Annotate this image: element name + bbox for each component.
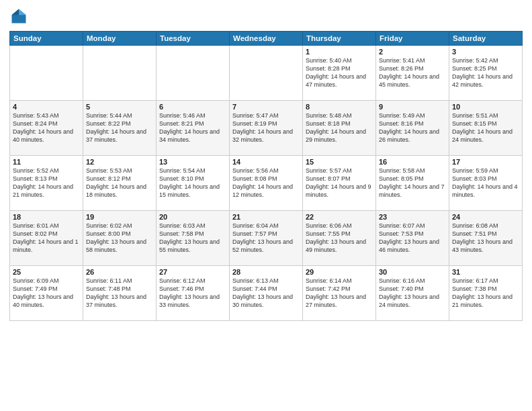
calendar-cell: 6Sunrise: 5:46 AM Sunset: 8:21 PM Daylig…	[157, 101, 230, 156]
calendar-header-wednesday: Wednesday	[230, 32, 303, 46]
day-content: Sunrise: 5:40 AM Sunset: 8:28 PM Dayligh…	[306, 56, 373, 89]
calendar-cell: 16Sunrise: 5:58 AM Sunset: 8:05 PM Dayli…	[376, 156, 449, 211]
calendar-cell: 27Sunrise: 6:12 AM Sunset: 7:46 PM Dayli…	[157, 266, 230, 321]
calendar-week-3: 18Sunrise: 6:01 AM Sunset: 8:02 PM Dayli…	[10, 211, 523, 266]
day-content: Sunrise: 5:58 AM Sunset: 8:05 PM Dayligh…	[379, 167, 446, 199]
day-content: Sunrise: 6:03 AM Sunset: 7:58 PM Dayligh…	[159, 222, 226, 255]
calendar-cell: 18Sunrise: 6:01 AM Sunset: 8:02 PM Dayli…	[10, 211, 83, 266]
day-content: Sunrise: 5:49 AM Sunset: 8:16 PM Dayligh…	[379, 111, 446, 144]
calendar-cell: 26Sunrise: 6:11 AM Sunset: 7:48 PM Dayli…	[83, 266, 157, 321]
day-number: 29	[306, 268, 373, 276]
day-content: Sunrise: 5:44 AM Sunset: 8:22 PM Dayligh…	[86, 111, 153, 144]
day-content: Sunrise: 6:02 AM Sunset: 8:00 PM Dayligh…	[86, 222, 153, 255]
day-number: 5	[86, 103, 153, 111]
day-number: 6	[159, 103, 226, 111]
day-content: Sunrise: 5:51 AM Sunset: 8:15 PM Dayligh…	[452, 111, 519, 144]
day-number: 28	[232, 268, 300, 276]
day-content: Sunrise: 5:56 AM Sunset: 8:08 PM Dayligh…	[232, 167, 300, 199]
day-number: 13	[159, 158, 226, 166]
calendar-header-thursday: Thursday	[303, 32, 376, 46]
day-number: 12	[86, 158, 153, 166]
day-number: 11	[13, 158, 80, 166]
day-number: 19	[86, 213, 153, 221]
calendar-cell: 8Sunrise: 5:48 AM Sunset: 8:18 PM Daylig…	[303, 101, 376, 156]
logo	[9, 7, 31, 26]
calendar-cell: 24Sunrise: 6:08 AM Sunset: 7:51 PM Dayli…	[449, 211, 523, 266]
calendar-cell: 1Sunrise: 5:40 AM Sunset: 8:28 PM Daylig…	[303, 46, 376, 101]
day-number: 7	[232, 103, 300, 111]
day-number: 23	[379, 213, 446, 221]
day-content: Sunrise: 5:57 AM Sunset: 8:07 PM Dayligh…	[306, 167, 373, 199]
day-number: 1	[306, 48, 373, 56]
day-content: Sunrise: 6:12 AM Sunset: 7:46 PM Dayligh…	[159, 277, 226, 310]
day-number: 3	[452, 48, 519, 56]
day-number: 20	[159, 213, 226, 221]
calendar-cell: 11Sunrise: 5:52 AM Sunset: 8:13 PM Dayli…	[10, 156, 83, 211]
day-number: 8	[306, 103, 373, 111]
day-content: Sunrise: 5:42 AM Sunset: 8:25 PM Dayligh…	[452, 56, 519, 89]
calendar-cell: 9Sunrise: 5:49 AM Sunset: 8:16 PM Daylig…	[376, 101, 449, 156]
day-content: Sunrise: 6:01 AM Sunset: 8:02 PM Dayligh…	[13, 222, 80, 255]
day-number: 31	[452, 268, 519, 276]
calendar-cell: 15Sunrise: 5:57 AM Sunset: 8:07 PM Dayli…	[303, 156, 376, 211]
calendar-cell: 23Sunrise: 6:07 AM Sunset: 7:53 PM Dayli…	[376, 211, 449, 266]
svg-marker-1	[19, 9, 26, 15]
day-content: Sunrise: 6:16 AM Sunset: 7:40 PM Dayligh…	[379, 277, 446, 310]
calendar-header-saturday: Saturday	[449, 32, 523, 46]
day-content: Sunrise: 6:17 AM Sunset: 7:38 PM Dayligh…	[452, 277, 519, 310]
calendar-cell: 17Sunrise: 5:59 AM Sunset: 8:03 PM Dayli…	[449, 156, 523, 211]
day-content: Sunrise: 5:54 AM Sunset: 8:10 PM Dayligh…	[159, 167, 226, 199]
day-content: Sunrise: 6:14 AM Sunset: 7:42 PM Dayligh…	[306, 277, 373, 310]
day-number: 26	[86, 268, 153, 276]
calendar-cell	[83, 46, 157, 101]
calendar-cell: 20Sunrise: 6:03 AM Sunset: 7:58 PM Dayli…	[157, 211, 230, 266]
calendar-header-friday: Friday	[376, 32, 449, 46]
day-number: 4	[13, 103, 80, 111]
calendar-cell: 31Sunrise: 6:17 AM Sunset: 7:38 PM Dayli…	[449, 266, 523, 321]
day-content: Sunrise: 6:11 AM Sunset: 7:48 PM Dayligh…	[86, 277, 153, 310]
calendar-cell: 14Sunrise: 5:56 AM Sunset: 8:08 PM Dayli…	[230, 156, 303, 211]
calendar-cell: 29Sunrise: 6:14 AM Sunset: 7:42 PM Dayli…	[303, 266, 376, 321]
calendar-week-0: 1Sunrise: 5:40 AM Sunset: 8:28 PM Daylig…	[10, 46, 523, 101]
page: SundayMondayTuesdayWednesdayThursdayFrid…	[0, 0, 532, 411]
day-number: 14	[232, 158, 300, 166]
day-number: 30	[379, 268, 446, 276]
calendar-cell: 4Sunrise: 5:43 AM Sunset: 8:24 PM Daylig…	[10, 101, 83, 156]
day-number: 21	[232, 213, 300, 221]
calendar-header-sunday: Sunday	[10, 32, 83, 46]
calendar-cell: 28Sunrise: 6:13 AM Sunset: 7:44 PM Dayli…	[230, 266, 303, 321]
day-content: Sunrise: 6:08 AM Sunset: 7:51 PM Dayligh…	[452, 222, 519, 255]
day-number: 2	[379, 48, 446, 56]
calendar-header-monday: Monday	[83, 32, 157, 46]
calendar: SundayMondayTuesdayWednesdayThursdayFrid…	[9, 31, 523, 321]
day-content: Sunrise: 5:52 AM Sunset: 8:13 PM Dayligh…	[13, 167, 80, 199]
calendar-cell: 30Sunrise: 6:16 AM Sunset: 7:40 PM Dayli…	[376, 266, 449, 321]
day-number: 16	[379, 158, 446, 166]
day-number: 24	[452, 213, 519, 221]
day-content: Sunrise: 6:13 AM Sunset: 7:44 PM Dayligh…	[232, 277, 300, 310]
day-number: 17	[452, 158, 519, 166]
calendar-cell: 19Sunrise: 6:02 AM Sunset: 8:00 PM Dayli…	[83, 211, 157, 266]
logo-icon	[9, 7, 28, 26]
day-content: Sunrise: 6:09 AM Sunset: 7:49 PM Dayligh…	[13, 277, 80, 310]
calendar-header-tuesday: Tuesday	[157, 32, 230, 46]
day-content: Sunrise: 5:43 AM Sunset: 8:24 PM Dayligh…	[13, 111, 80, 144]
calendar-cell: 10Sunrise: 5:51 AM Sunset: 8:15 PM Dayli…	[449, 101, 523, 156]
day-number: 10	[452, 103, 519, 111]
day-content: Sunrise: 5:46 AM Sunset: 8:21 PM Dayligh…	[159, 111, 226, 144]
calendar-cell: 7Sunrise: 5:47 AM Sunset: 8:19 PM Daylig…	[230, 101, 303, 156]
day-content: Sunrise: 6:07 AM Sunset: 7:53 PM Dayligh…	[379, 222, 446, 255]
calendar-cell	[230, 46, 303, 101]
day-number: 22	[306, 213, 373, 221]
header	[9, 7, 523, 26]
day-content: Sunrise: 5:41 AM Sunset: 8:26 PM Dayligh…	[379, 56, 446, 89]
calendar-cell: 13Sunrise: 5:54 AM Sunset: 8:10 PM Dayli…	[157, 156, 230, 211]
calendar-week-2: 11Sunrise: 5:52 AM Sunset: 8:13 PM Dayli…	[10, 156, 523, 211]
calendar-week-4: 25Sunrise: 6:09 AM Sunset: 7:49 PM Dayli…	[10, 266, 523, 321]
day-content: Sunrise: 5:48 AM Sunset: 8:18 PM Dayligh…	[306, 111, 373, 144]
day-content: Sunrise: 5:53 AM Sunset: 8:12 PM Dayligh…	[86, 167, 153, 199]
day-content: Sunrise: 5:59 AM Sunset: 8:03 PM Dayligh…	[452, 167, 519, 199]
calendar-cell: 12Sunrise: 5:53 AM Sunset: 8:12 PM Dayli…	[83, 156, 157, 211]
day-number: 27	[159, 268, 226, 276]
day-number: 25	[13, 268, 80, 276]
